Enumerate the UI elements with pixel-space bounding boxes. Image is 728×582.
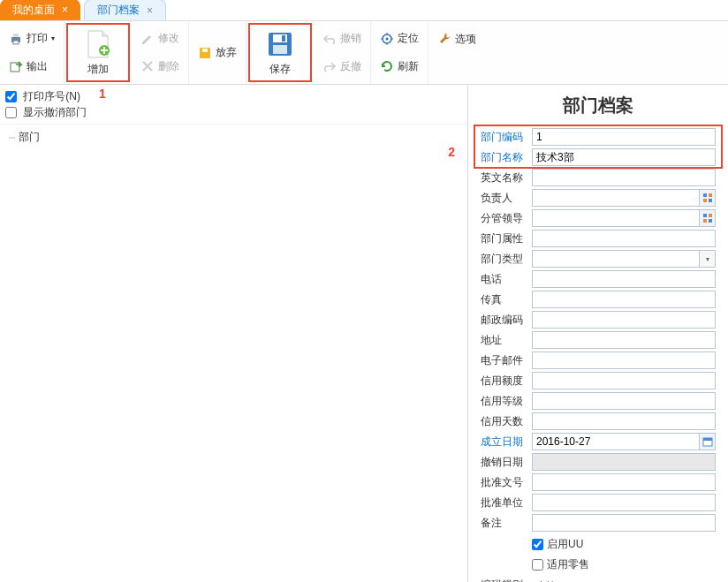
apply-retail-checkbox[interactable] [532, 559, 543, 571]
svg-rect-2 [13, 41, 19, 44]
locate-icon [380, 32, 394, 46]
fax-input[interactable] [532, 291, 716, 308]
locate-label: 定位 [398, 31, 419, 46]
creditlimit-label: 信用额度 [481, 374, 532, 389]
enname-input[interactable] [532, 169, 716, 186]
annotation-2: 2 [448, 145, 455, 159]
svg-rect-10 [273, 45, 287, 54]
type-dropdown-button[interactable]: ▾ [700, 250, 716, 268]
enable-uu-checkbox[interactable] [532, 539, 543, 550]
add-page-icon [83, 29, 113, 59]
canceldate-input [532, 453, 716, 471]
options-label: 选项 [455, 32, 476, 47]
approvaldoc-label: 批准文号 [481, 475, 532, 490]
apply-retail-label: 适用零售 [547, 557, 589, 572]
coderule-label: 编码规则： [481, 578, 534, 582]
output-button[interactable]: 输出 [4, 57, 60, 76]
svg-rect-22 [703, 438, 712, 441]
close-icon[interactable]: × [62, 4, 68, 16]
abandon-button[interactable]: 放弃 [193, 43, 242, 62]
address-input[interactable] [532, 331, 716, 349]
save-disk-icon [265, 29, 295, 59]
svg-point-12 [386, 37, 389, 40]
leader-label: 负责人 [481, 191, 532, 206]
phone-input[interactable] [532, 270, 716, 288]
code-input[interactable] [532, 128, 716, 146]
grid-icon [703, 214, 712, 223]
delete-icon [140, 59, 155, 73]
undo-icon [322, 32, 337, 46]
locate-button[interactable]: 定位 [375, 29, 424, 48]
export-icon [9, 59, 23, 73]
tree-view: ┈ 部门 [0, 125, 467, 150]
edit-button[interactable]: 修改 [135, 29, 185, 48]
tree-root-item[interactable]: ┈ 部门 [9, 130, 459, 145]
establish-label: 成立日期 [481, 435, 532, 450]
creditlevel-input[interactable] [532, 392, 716, 410]
establish-input[interactable] [532, 433, 700, 450]
tab-page-label: 部门档案 [97, 3, 140, 18]
add-label: 增加 [87, 62, 109, 77]
apply-retail-row[interactable]: 适用零售 [532, 557, 716, 572]
supervisor-input[interactable] [532, 209, 700, 227]
tree-dash-icon: ┈ [9, 132, 15, 144]
attr-input[interactable] [532, 230, 716, 247]
svg-rect-15 [703, 199, 707, 202]
delete-button[interactable]: 删除 [135, 57, 185, 76]
email-input[interactable] [532, 351, 716, 369]
creditlimit-input[interactable] [532, 372, 716, 389]
save-button[interactable]: 保存 [248, 23, 312, 82]
undo-button[interactable]: 撤销 [317, 29, 367, 48]
enname-label: 英文名称 [481, 170, 532, 185]
remark-input[interactable] [532, 514, 716, 532]
creditdays-input[interactable] [532, 412, 716, 430]
tree-root-label: 部门 [19, 130, 40, 145]
page-title: 部门档案 [468, 85, 728, 128]
undo-label: 撤销 [340, 31, 361, 46]
refresh-button[interactable]: 刷新 [375, 57, 424, 76]
disk-yellow-icon [198, 46, 212, 60]
show-cancelled-checkbox-row[interactable]: 显示撤消部门 [5, 104, 462, 120]
creditdays-label: 信用天数 [481, 414, 532, 429]
approvalorg-input[interactable] [532, 494, 716, 511]
print-label: 打印 [27, 31, 48, 46]
supervisor-picker-button[interactable] [700, 209, 716, 227]
code-label: 部门编码 [481, 130, 532, 145]
establish-calendar-button[interactable] [700, 433, 716, 450]
toolbar: 打印 ▾ 输出 增加 修改 删除 放弃 保存 [0, 21, 728, 85]
leader-picker-button[interactable] [700, 189, 716, 207]
counter-undo-button[interactable]: 反撤 [317, 57, 367, 76]
options-button[interactable]: 选项 [432, 30, 482, 49]
svg-rect-6 [202, 49, 208, 52]
svg-rect-1 [13, 34, 19, 37]
tab-desktop[interactable]: 我的桌面 × [0, 0, 80, 20]
name-label: 部门名称 [481, 150, 532, 165]
svg-rect-14 [709, 193, 712, 197]
svg-rect-13 [703, 193, 707, 197]
close-icon[interactable]: × [147, 4, 153, 17]
approvaldoc-input[interactable] [532, 473, 716, 491]
pencil-icon [140, 32, 155, 46]
attr-label: 部门属性 [481, 231, 532, 246]
counter-label: 反撤 [340, 59, 361, 74]
postcode-input[interactable] [532, 311, 716, 329]
grid-icon [703, 193, 712, 202]
right-panel: 部门档案 部门编码 部门名称 英文名称 负责人 [468, 85, 728, 582]
address-label: 地址 [481, 333, 532, 348]
print-seq-label: 打印序号(N) [23, 90, 80, 102]
print-seq-checkbox-row[interactable]: 打印序号(N) [5, 88, 462, 104]
leader-input[interactable] [532, 189, 700, 207]
wrench-icon [437, 32, 451, 46]
coderule-value: * ** [539, 579, 554, 583]
svg-rect-16 [709, 199, 712, 202]
show-cancelled-checkbox[interactable] [5, 107, 17, 118]
print-button[interactable]: 打印 ▾ [4, 29, 60, 48]
print-seq-checkbox[interactable] [5, 91, 17, 102]
form-area: 部门编码 部门名称 英文名称 负责人 分管领导 [468, 128, 728, 582]
tab-dept-archive[interactable]: 部门档案 × [84, 0, 166, 20]
type-input[interactable] [532, 250, 700, 268]
name-input[interactable] [532, 148, 716, 166]
enable-uu-row[interactable]: 启用UU [532, 537, 716, 552]
left-options: 打印序号(N) 显示撤消部门 1 [0, 85, 467, 125]
add-button[interactable]: 增加 [66, 23, 130, 82]
